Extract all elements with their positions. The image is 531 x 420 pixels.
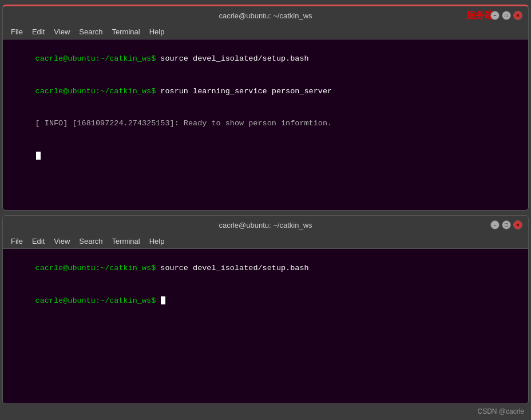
close-button-1[interactable]: ✕: [513, 11, 522, 20]
terminal-body-2: cacrle@ubuntu:~/catkin_ws$ source devel_…: [3, 249, 528, 403]
menu-view-1[interactable]: View: [50, 26, 73, 37]
cursor-2: [161, 296, 165, 304]
menu-search-1[interactable]: Search: [76, 26, 106, 37]
terminal-line-2-2: cacrle@ubuntu:~/catkin_ws$: [7, 285, 524, 318]
maximize-button-2[interactable]: □: [502, 220, 511, 229]
menu-edit-1[interactable]: Edit: [29, 26, 48, 37]
menu-bar-1: File Edit View Search Terminal Help: [3, 25, 528, 39]
minimize-button-1[interactable]: –: [490, 11, 500, 20]
terminal-window-2: cacrle@ubuntu: ~/catkin_ws – □ ✕ File Ed…: [2, 215, 529, 404]
terminal-body-1: cacrle@ubuntu:~/catkin_ws$ source devel_…: [3, 39, 528, 210]
terminal-title-1: cacrle@ubuntu: ~/catkin_ws: [219, 11, 312, 20]
terminal-title-2: cacrle@ubuntu: ~/catkin_ws: [219, 221, 312, 229]
menu-file-2[interactable]: File: [7, 236, 26, 247]
menu-bar-2: File Edit View Search Terminal Help: [3, 234, 528, 249]
cursor-1: [36, 152, 41, 160]
watermark: CSDN @cacrle: [477, 407, 524, 415]
terminal-cursor-1: [7, 140, 524, 173]
menu-help-1[interactable]: Help: [146, 26, 168, 37]
menu-terminal-1[interactable]: Terminal: [109, 26, 144, 37]
window-controls-2: – □ ✕: [490, 220, 522, 229]
menu-search-2[interactable]: Search: [76, 236, 106, 247]
terminal-line-1-1: cacrle@ubuntu:~/catkin_ws$ source devel_…: [7, 43, 524, 76]
menu-view-2[interactable]: View: [50, 236, 73, 247]
title-bar-1: cacrle@ubuntu: ~/catkin_ws 服务端 – □ ✕: [3, 6, 528, 25]
title-bar-2: cacrle@ubuntu: ~/catkin_ws – □ ✕: [3, 216, 528, 234]
close-button-2[interactable]: ✕: [513, 220, 522, 229]
terminal-line-1-2: cacrle@ubuntu:~/catkin_ws$ rosrun learni…: [7, 76, 524, 108]
menu-file-1[interactable]: File: [7, 26, 26, 37]
menu-terminal-2[interactable]: Terminal: [109, 236, 144, 247]
menu-help-2[interactable]: Help: [146, 236, 168, 247]
menu-edit-2[interactable]: Edit: [29, 236, 48, 247]
terminal-line-2-1: cacrle@ubuntu:~/catkin_ws$ source devel_…: [7, 252, 524, 285]
terminal-window-1: cacrle@ubuntu: ~/catkin_ws 服务端 – □ ✕ Fil…: [2, 5, 529, 211]
maximize-button-1[interactable]: □: [502, 11, 511, 20]
window-controls-1: – □ ✕: [490, 11, 522, 20]
terminal-line-1-3: [ INFO] [1681097224.274325153]: Ready to…: [7, 108, 524, 140]
minimize-button-2[interactable]: –: [490, 220, 500, 229]
server-badge: 服务端: [466, 10, 494, 22]
